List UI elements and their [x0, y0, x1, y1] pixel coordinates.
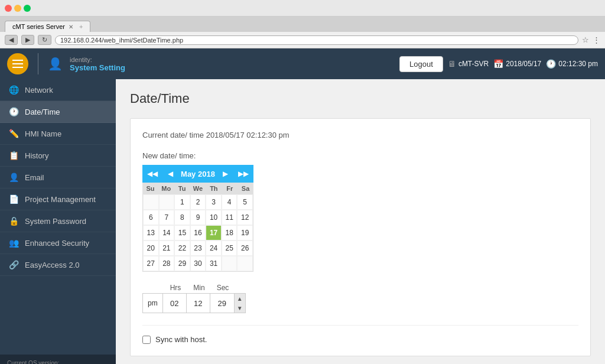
time-hours[interactable]	[163, 294, 187, 313]
clock-icon: 🕐	[546, 59, 556, 69]
address-bar[interactable]: 192.168.0.244/web_ihmi/SetDateTime.php	[55, 35, 578, 45]
browser-tab[interactable]: cMT series Server ✕ +	[5, 21, 90, 32]
cal-prev[interactable]: ◀	[165, 168, 175, 179]
new-datetime-label: New date/ time:	[142, 151, 578, 160]
sync-checkbox[interactable]	[142, 336, 151, 344]
calendar-day[interactable]: 30	[190, 256, 206, 271]
settings-icon[interactable]: ⋮	[593, 35, 600, 44]
sidebar-item-easyaccess[interactable]: 🔗 EasyAccess 2.0	[0, 254, 116, 276]
sidebar-item-history[interactable]: 📋 History	[0, 145, 116, 167]
ctrl-close[interactable]	[5, 5, 12, 12]
calendar-day[interactable]: 24	[206, 240, 222, 256]
calendar-day[interactable]: 17	[206, 225, 222, 240]
time-row: pm ▲ ▼	[142, 293, 578, 313]
content-card: Current date/ time 2018/05/17 02:12:30 p…	[130, 118, 591, 356]
calendar-day[interactable]: 23	[190, 240, 206, 256]
calendar-day[interactable]: 14	[159, 225, 175, 240]
sidebar-label-syspassword: System Password	[25, 217, 86, 226]
bookmark-icon[interactable]: ☆	[582, 35, 589, 44]
calendar-day[interactable]: 25	[222, 240, 238, 256]
time-minutes[interactable]	[187, 294, 210, 313]
min-label: Min	[187, 284, 211, 292]
app-header: 👤 identity: System Setting Logout 🖥 cMT-…	[0, 48, 605, 79]
calendar-day	[222, 256, 238, 271]
sidebar-item-project[interactable]: 📄 Project Management	[0, 188, 116, 210]
back-button[interactable]: ◀	[5, 35, 18, 45]
content-area: Date/Time Current date/ time 2018/05/17 …	[116, 79, 605, 364]
header-time: 02:12:30 pm	[558, 60, 598, 68]
calendar-day[interactable]: 2	[190, 194, 206, 210]
calendar-day[interactable]: 20	[143, 240, 159, 256]
calendar-day[interactable]: 31	[206, 256, 222, 271]
sidebar-item-datetime[interactable]: 🕐 Date/Time	[0, 101, 116, 123]
calendar-day[interactable]: 16	[190, 225, 206, 240]
ctrl-max[interactable]	[24, 5, 31, 12]
calendar-day[interactable]: 6	[143, 210, 159, 225]
calendar-day[interactable]: 28	[159, 256, 175, 271]
forward-button[interactable]: ▶	[21, 35, 34, 45]
device-name: cMT-SVR	[458, 60, 489, 68]
calendar-day[interactable]: 10	[206, 210, 222, 225]
header-divider	[38, 53, 38, 74]
tab-close[interactable]: ✕	[69, 24, 73, 30]
calendar-day[interactable]: 26	[237, 240, 253, 256]
sidebar-item-network[interactable]: 🌐 Network	[0, 79, 116, 101]
calendar-day[interactable]: 15	[174, 225, 190, 240]
cal-month-year: May 2018	[181, 170, 215, 178]
header-identity-label: identity:	[70, 56, 125, 63]
calendar-day[interactable]: 22	[174, 240, 190, 256]
calendar-day[interactable]: 13	[143, 225, 159, 240]
tab-bar: cMT series Server ✕ +	[0, 17, 605, 32]
sidebar-spacer	[0, 276, 116, 355]
time-increment-button[interactable]: ▲	[235, 294, 245, 303]
network-icon: 🌐	[8, 85, 19, 95]
ctrl-min[interactable]	[14, 5, 21, 12]
sidebar-item-enhanced[interactable]: 👥 Enhanced Security	[0, 232, 116, 254]
calendar-day[interactable]: 21	[159, 240, 175, 256]
sidebar-label-history: History	[25, 151, 48, 160]
history-icon: 📋	[8, 151, 19, 160]
sidebar-item-email[interactable]: 👤 Email	[0, 167, 116, 188]
calendar-day	[143, 194, 159, 210]
calendar-day[interactable]: 29	[174, 256, 190, 271]
calendar-day	[237, 256, 253, 271]
calendar-days-of-week: Su Mo Tu We Th Fr Sa	[142, 183, 253, 194]
calendar-day[interactable]: 8	[174, 210, 190, 225]
calendar-day[interactable]: 19	[237, 225, 253, 240]
date-info: 📅 2018/05/17	[493, 59, 541, 69]
calendar-day[interactable]: 3	[206, 194, 222, 210]
calendar-day[interactable]: 11	[222, 210, 238, 225]
hamburger-button[interactable]	[7, 53, 28, 74]
version-label: Current OS version:	[7, 359, 109, 364]
time-ampm: pm	[143, 294, 163, 313]
logout-button[interactable]: Logout	[399, 56, 443, 72]
dow-su: Su	[142, 183, 158, 194]
sidebar-label-project: Project Management	[25, 195, 96, 204]
address-text: 192.168.0.244/web_ihmi/SetDateTime.php	[60, 37, 183, 44]
sidebar-item-syspassword[interactable]: 🔒 System Password	[0, 210, 116, 232]
dow-we: We	[190, 183, 206, 194]
header-date: 2018/05/17	[506, 60, 541, 68]
calendar-day[interactable]: 12	[237, 210, 253, 225]
time-seconds[interactable]	[210, 294, 234, 313]
calendar-day[interactable]: 7	[159, 210, 175, 225]
sidebar-label-easyaccess: EasyAccess 2.0	[25, 261, 80, 269]
dow-mo: Mo	[158, 183, 174, 194]
calendar-day[interactable]: 1	[174, 194, 190, 210]
sidebar-item-hminame[interactable]: ✏️ HMI Name	[0, 123, 116, 145]
calendar-day[interactable]: 5	[237, 194, 253, 210]
page-title: Date/Time	[130, 91, 591, 106]
cal-prev-prev[interactable]: ◀◀	[145, 168, 160, 179]
time-decrement-button[interactable]: ▼	[235, 303, 245, 313]
calendar-day[interactable]: 4	[222, 194, 238, 210]
calendar-day[interactable]: 27	[143, 256, 159, 271]
app-wrapper: 👤 identity: System Setting Logout 🖥 cMT-…	[0, 48, 605, 364]
cal-next[interactable]: ▶	[220, 168, 230, 179]
calendar-day[interactable]: 9	[190, 210, 206, 225]
new-tab-btn[interactable]: +	[79, 23, 83, 30]
cal-next-next[interactable]: ▶▶	[236, 168, 251, 179]
calendar-day[interactable]: 18	[222, 225, 238, 240]
sidebar-label-network: Network	[25, 86, 53, 95]
reload-button[interactable]: ↻	[38, 35, 51, 45]
enhanced-icon: 👥	[8, 238, 19, 248]
